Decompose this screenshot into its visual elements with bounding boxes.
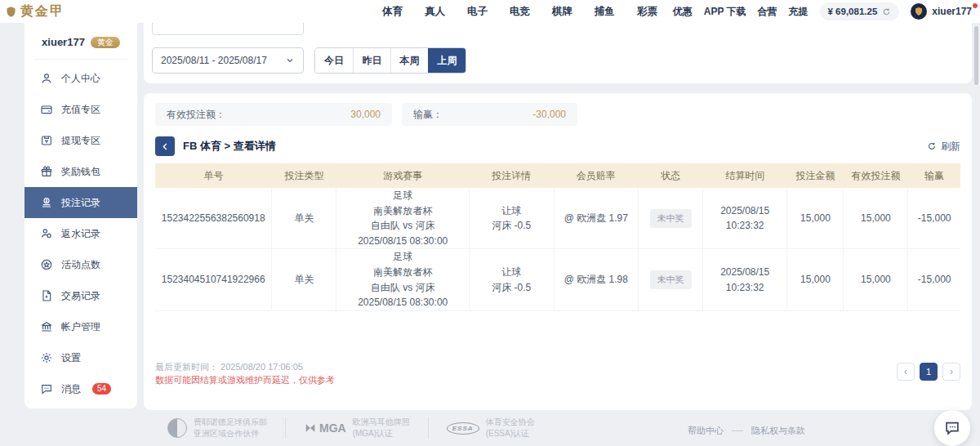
refresh-button[interactable]: 刷新 (927, 140, 960, 154)
sidebar: xiuer177 黄金 个人中心充值专区提现专区奖励钱包投注记录返水记录活动点数… (24, 15, 137, 408)
nav-item-电竞[interactable]: 电竞 (510, 5, 530, 19)
partner-divider (285, 417, 286, 439)
footer-partner-费耶诺德足球俱乐部: 费耶诺德足球俱乐部亚洲区域合作伙伴 (167, 417, 267, 439)
gift-icon (40, 165, 53, 178)
sidebar-item-投注记录[interactable]: 投注记录 (24, 187, 137, 218)
sidebar-item-帐户管理[interactable]: 帐户管理 (24, 311, 137, 342)
user-icon (40, 72, 53, 85)
column-header-输赢: 输赢 (908, 163, 960, 188)
page-prev-icon: ‹ (904, 366, 907, 377)
detail-header: FB 体育 > 查看详情 刷新 (155, 136, 960, 157)
sidebar-item-奖励钱包[interactable]: 奖励钱包 (24, 156, 137, 187)
records-card: 有效投注额： 30,000 输赢： -30,000 FB 体育 > 查看详情 刷… (144, 93, 972, 410)
refresh-balance-icon[interactable] (882, 7, 891, 16)
last-update-text: 最后更新时间： 2025/08/20 17:06:05 (155, 361, 303, 373)
message-count-badge: 54 (92, 383, 111, 395)
sidebar-item-交易记录[interactable]: 交易记录 (24, 280, 137, 311)
user-chip[interactable]: xiuer177 (911, 3, 972, 20)
footer-partners: 费耶诺德足球俱乐部亚洲区域合作伙伴MGA欧洲马耳他牌照(MGA)认证ESSA体育… (167, 417, 535, 439)
sidebar-item-消息[interactable]: 消息54 (24, 373, 137, 404)
header-link-充提[interactable]: 充提 (789, 5, 808, 19)
sidebar-divider (34, 59, 127, 60)
footer-partner-MGA: MGA欧洲马耳他牌照(MGA)认证 (304, 417, 410, 439)
nav-item-彩票[interactable]: 彩票 (637, 5, 657, 19)
bet-type: 单关 (272, 188, 336, 249)
footer: 费耶诺德足球俱乐部亚洲区域合作伙伴MGA欧洲马耳他牌照(MGA)认证ESSA体育… (0, 410, 980, 446)
quick-filter-上周[interactable]: 上周 (428, 48, 466, 73)
scrollbar[interactable] (974, 26, 978, 85)
balance-amount: ¥ 69,081.25 (828, 7, 878, 16)
essa-logo: ESSA (447, 422, 479, 435)
detail-title: FB 体育 > 查看详情 (183, 139, 276, 154)
sidebar-item-充值专区[interactable]: 充值专区 (24, 94, 137, 125)
page-current[interactable]: 1 (920, 363, 938, 381)
mga-logo: MGA (304, 421, 346, 435)
game-event: 足球南美解放者杯自由队 vs 河床2025/08/15 08:30:00 (336, 249, 470, 310)
table-row: 1523404510741922966单关足球南美解放者杯自由队 vs 河床20… (155, 249, 960, 310)
sidebar-item-活动点数[interactable]: 活动点数 (24, 249, 137, 280)
status-badge: 未中奖 (639, 249, 703, 310)
nav-item-电子[interactable]: 电子 (467, 5, 488, 19)
header-link-APP 下载[interactable]: APP 下载 (704, 5, 746, 19)
main-nav: 体育真人电子电竞棋牌捕鱼彩票 (382, 0, 657, 23)
footer-links: 帮助中心隐私权与条款 (688, 425, 805, 437)
chevron-down-icon (285, 56, 295, 65)
order-number: 1523404510741922966 (155, 249, 272, 310)
footer-link-隐私权与条款[interactable]: 隐私权与条款 (751, 425, 805, 437)
brand-logo-text: 黄金甲 (20, 3, 65, 20)
brand-logo[interactable]: 黄金甲 (5, 3, 65, 20)
bet-records-table: 单号投注类型游戏赛事投注详情会员赔率状态结算时间投注金额有效投注额输赢 1523… (155, 163, 960, 311)
page-next-button[interactable]: › (942, 363, 960, 381)
sidebar-item-提现专区[interactable]: 提现专区 (24, 125, 137, 156)
club-logo (167, 418, 187, 438)
bank-icon (40, 320, 53, 333)
status-pill: 未中奖 (650, 270, 692, 289)
nav-item-体育[interactable]: 体育 (382, 5, 403, 19)
header-link-优惠[interactable]: 优惠 (673, 5, 693, 19)
gear-icon (40, 351, 53, 364)
sidebar-item-label: 消息 (61, 382, 81, 396)
back-button[interactable] (155, 136, 175, 156)
table-row: 1523422556382560918单关足球南美解放者杯自由队 vs 河床20… (155, 188, 960, 249)
vip-level-badge: 黄金 (91, 37, 120, 48)
disclaimer-text: 数据可能因结算或游戏维护而延迟，仅供参考 (155, 374, 335, 386)
partner-text: 欧洲马耳他牌照(MGA)认证 (353, 417, 410, 439)
win-loss-summary: 输赢： -30,000 (402, 103, 577, 126)
sidebar-item-个人中心[interactable]: 个人中心 (24, 63, 137, 94)
refresh-icon (927, 141, 937, 151)
sidebar-item-label: 活动点数 (61, 258, 100, 272)
quick-filter-今日[interactable]: 今日 (315, 48, 353, 73)
rebate-icon (40, 227, 53, 240)
date-range-select[interactable]: 2025/08/11 - 2025/08/17 (152, 47, 304, 74)
win-loss-value: -30,000 (532, 109, 566, 120)
footer-link-帮助中心[interactable]: 帮助中心 (688, 425, 724, 437)
chat-button[interactable] (934, 410, 970, 446)
page-prev-button[interactable]: ‹ (897, 363, 915, 381)
header-link-合营[interactable]: 合营 (758, 5, 777, 19)
sidebar-item-设置[interactable]: 设置 (24, 342, 137, 373)
nav-item-棋牌[interactable]: 棋牌 (552, 5, 572, 19)
quick-filter-昨日[interactable]: 昨日 (353, 48, 390, 73)
date-quick-buttons: 今日昨日本周上周 (314, 47, 466, 74)
valid-bet-amount: 15,000 (844, 188, 908, 249)
column-header-会员赔率: 会员赔率 (554, 163, 639, 188)
nav-item-真人[interactable]: 真人 (425, 5, 445, 19)
bet-detail: 让球河床 -0.5 (470, 249, 555, 310)
win-loss: -15,000 (908, 249, 960, 310)
quick-filter-本周[interactable]: 本周 (390, 48, 428, 73)
game-event: 足球南美解放者杯自由队 vs 河床2025/08/15 08:30:00 (336, 188, 470, 249)
sidebar-user: xiuer177 黄金 (24, 36, 137, 48)
bet-type: 单关 (272, 249, 336, 310)
top-header: 黄金甲 体育真人电子电竞棋牌捕鱼彩票 优惠APP 下载合营充提 ¥ 69,081… (0, 0, 980, 23)
sidebar-item-返水记录[interactable]: 返水记录 (24, 218, 137, 249)
nav-item-捕鱼[interactable]: 捕鱼 (595, 5, 615, 19)
avatar (911, 3, 927, 20)
column-header-投注类型: 投注类型 (272, 163, 336, 188)
partner-text: 费耶诺德足球俱乐部亚洲区域合作伙伴 (194, 417, 267, 439)
brand-shield-icon (5, 6, 17, 18)
balance-pill[interactable]: ¥ 69,081.25 (820, 2, 900, 20)
bet-record-icon (40, 196, 53, 209)
sidebar-item-label: 设置 (61, 351, 81, 365)
bet-amount: 15,000 (787, 249, 844, 310)
column-header-单号: 单号 (155, 163, 272, 188)
